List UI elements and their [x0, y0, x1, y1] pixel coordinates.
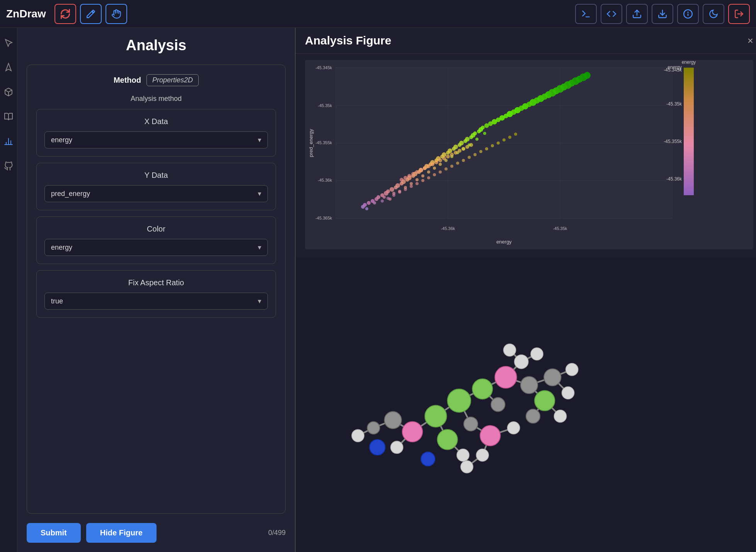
svg-point-221 [526, 409, 540, 423]
svg-point-141 [387, 197, 390, 200]
svg-marker-7 [6, 63, 11, 71]
svg-point-205 [402, 422, 422, 442]
svg-point-199 [425, 405, 446, 427]
refresh-button[interactable] [54, 4, 76, 24]
svg-rect-171 [296, 331, 756, 479]
info-button[interactable] [677, 4, 699, 24]
svg-point-39 [376, 195, 380, 199]
y-data-select[interactable]: pred_energy ▾ [44, 185, 268, 202]
left-sidebar [0, 28, 17, 552]
svg-point-211 [352, 429, 364, 442]
svg-point-106 [446, 155, 450, 158]
svg-point-210 [554, 410, 566, 423]
svg-point-103 [434, 160, 438, 164]
svg-point-89 [475, 138, 478, 141]
y-data-value: pred_energy [51, 190, 90, 198]
method-row: Method Properties2D [36, 74, 276, 86]
svg-point-162 [508, 136, 511, 139]
svg-point-225 [369, 440, 385, 455]
svg-point-96 [407, 174, 411, 178]
analysis-panel: Analysis Method Properties2D Analysis me… [17, 28, 296, 552]
svg-point-217 [476, 449, 489, 461]
svg-text:-45.345k: -45.345k [664, 67, 682, 73]
hide-figure-button[interactable]: Hide Figure [86, 523, 157, 543]
download-button[interactable] [652, 4, 673, 24]
svg-point-226 [421, 452, 435, 466]
aspect-select[interactable]: true ▾ [44, 293, 268, 310]
panel-footer: Submit Hide Figure 0/499 [27, 523, 286, 543]
cursor-icon[interactable] [0, 34, 17, 51]
svg-text:-45.355k: -45.355k [315, 140, 332, 145]
svg-point-219 [544, 369, 561, 386]
svg-point-110 [461, 147, 465, 151]
toolbar-right [575, 4, 750, 24]
exit-button[interactable] [728, 4, 750, 24]
scatter-plot: -45.36k -45.35k -45.345k -45.35k -45.355… [305, 60, 753, 249]
book-icon[interactable] [0, 108, 17, 125]
svg-point-78 [453, 145, 458, 149]
color-select[interactable]: energy ▾ [44, 239, 268, 256]
svg-point-159 [491, 144, 494, 147]
svg-point-48 [395, 183, 400, 188]
svg-point-55 [410, 182, 413, 185]
svg-text:-45.35k: -45.35k [553, 226, 567, 231]
submit-button[interactable]: Submit [27, 523, 81, 543]
edit-button[interactable] [80, 4, 102, 24]
svg-point-99 [419, 168, 423, 172]
hand-button[interactable] [106, 4, 127, 24]
github-icon[interactable] [0, 158, 17, 175]
x-data-chevron: ▾ [258, 136, 261, 144]
svg-point-35 [365, 207, 368, 210]
svg-point-207 [391, 441, 403, 453]
svg-rect-164 [684, 68, 694, 195]
svg-point-150 [439, 170, 442, 174]
close-button[interactable]: × [747, 35, 753, 47]
svg-text:energy: energy [682, 60, 696, 65]
svg-point-154 [462, 159, 465, 162]
svg-point-146 [415, 182, 419, 185]
aspect-label: Fix Aspect Ratio [44, 278, 268, 287]
svg-point-95 [404, 176, 407, 180]
svg-point-144 [404, 188, 407, 191]
svg-point-215 [457, 449, 469, 461]
x-data-select[interactable]: energy ▾ [44, 131, 268, 148]
svg-point-163 [514, 133, 517, 136]
arrow-icon[interactable] [0, 59, 17, 76]
cube-icon[interactable] [0, 83, 17, 101]
figure-title: Analysis Figure [305, 34, 391, 47]
aspect-group: Fix Aspect Ratio true ▾ [36, 270, 276, 318]
svg-point-101 [427, 164, 431, 168]
figure-panel: Analysis Figure × [296, 28, 756, 552]
svg-point-105 [442, 157, 446, 160]
svg-point-92 [481, 126, 485, 129]
svg-text:-45.36k: -45.36k [441, 226, 455, 231]
top-toolbar: ZnDraw [0, 0, 756, 28]
svg-point-208 [566, 363, 578, 376]
main-layout: Analysis Method Properties2D Analysis me… [0, 28, 756, 552]
code-button[interactable] [601, 4, 622, 24]
svg-point-98 [415, 170, 419, 174]
svg-point-204 [480, 426, 500, 446]
color-label: Color [44, 225, 268, 233]
svg-point-155 [468, 156, 471, 159]
svg-point-93 [483, 132, 486, 135]
svg-point-64 [427, 170, 430, 174]
app-title: ZnDraw [6, 8, 46, 20]
svg-point-201 [437, 429, 457, 450]
svg-text:-45.345k: -45.345k [315, 65, 332, 70]
svg-point-94 [400, 178, 404, 182]
svg-point-206 [514, 355, 528, 369]
svg-point-202 [535, 390, 555, 411]
svg-point-198 [448, 389, 471, 412]
moon-button[interactable] [703, 4, 724, 24]
svg-point-45 [390, 187, 394, 192]
color-group: Color energy ▾ [36, 216, 276, 264]
chart-icon[interactable] [0, 133, 17, 150]
content-area: Analysis Method Properties2D Analysis me… [17, 28, 756, 552]
svg-point-84 [465, 137, 470, 141]
molecule-svg [296, 257, 756, 552]
terminal-button[interactable] [575, 4, 597, 24]
upload-button[interactable] [626, 4, 648, 24]
svg-point-213 [531, 348, 543, 360]
svg-text:-45.35k: -45.35k [666, 101, 682, 107]
